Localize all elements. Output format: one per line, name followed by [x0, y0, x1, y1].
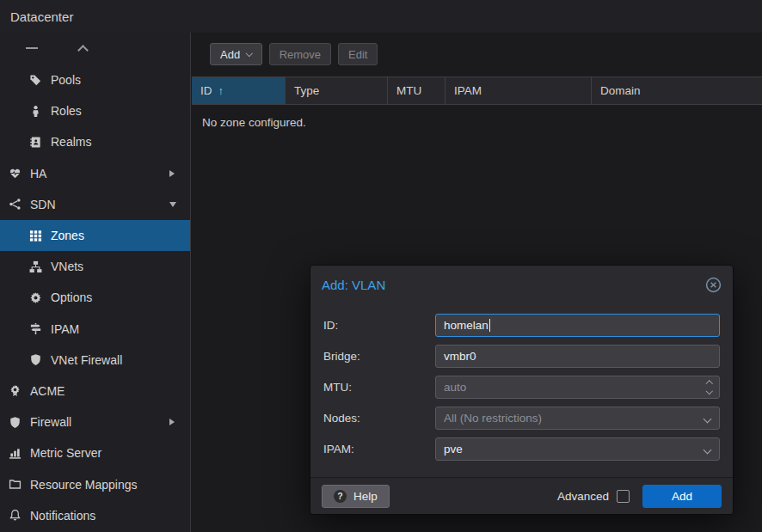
remove-button-label: Remove	[280, 48, 321, 61]
sidebar-item-label: Options	[51, 290, 92, 304]
spinner-buttons[interactable]	[707, 376, 712, 398]
mtu-label: MTU:	[323, 381, 435, 394]
shield-icon	[29, 353, 42, 366]
shield-icon	[9, 416, 22, 429]
field-row-bridge: Bridge: vmbr0	[323, 345, 720, 368]
sidebar-item-label: Pools	[51, 73, 81, 87]
advanced-checkbox[interactable]	[617, 490, 630, 503]
column-header-type[interactable]: Type	[286, 77, 388, 104]
expand-collapsed-icon[interactable]	[169, 419, 175, 425]
remove-button[interactable]: Remove	[269, 43, 331, 65]
nodes-label: Nodes:	[323, 412, 435, 425]
topbar: Datacenter	[0, 0, 762, 33]
dialog-body: ID: homelan Bridge: vmbr0 MTU: auto	[310, 303, 733, 461]
column-header-mtu[interactable]: MTU	[388, 77, 446, 104]
sidebar-item-label: Realms	[51, 135, 91, 149]
sidebar-item-notifications[interactable]: Notifications	[0, 500, 190, 531]
expand-expanded-icon[interactable]	[169, 202, 176, 207]
mtu-spinner[interactable]: auto	[435, 376, 720, 399]
dialog-footer: ? Help Advanced Add	[310, 477, 733, 514]
empty-table-message: No zone configured.	[192, 105, 762, 140]
sidebar-item-label: ACME	[30, 384, 65, 398]
submit-add-label: Add	[672, 490, 692, 503]
question-icon: ?	[334, 490, 347, 503]
sidebar-item-vnets[interactable]: VNets	[0, 251, 190, 282]
expand-collapsed-icon[interactable]	[169, 170, 175, 177]
sidebar-item-label: IPAM	[51, 322, 79, 336]
chevron-down-icon	[704, 415, 712, 424]
help-button-label: Help	[353, 490, 378, 503]
bridge-label: Bridge:	[323, 350, 435, 363]
certificate-icon	[9, 384, 22, 397]
sidebar-item-sdn[interactable]: SDN	[0, 189, 190, 220]
sidebar-item-label: Roles	[51, 104, 82, 118]
edit-button-label: Edit	[348, 48, 367, 61]
sidebar-item-label: Resource Mappings	[30, 478, 138, 492]
bridge-value: vmbr0	[444, 350, 476, 363]
help-button[interactable]: ? Help	[322, 485, 390, 508]
sidebar-item-label: SDN	[30, 198, 56, 211]
close-icon[interactable]	[705, 277, 722, 293]
advanced-label: Advanced	[557, 490, 609, 503]
gear-icon	[29, 291, 42, 304]
id-input[interactable]: homelan	[435, 314, 720, 337]
clipped-tree-item[interactable]	[0, 33, 190, 64]
column-header-ipam[interactable]: IPAM	[446, 77, 592, 104]
sidebar-item-options[interactable]: Options	[0, 282, 190, 313]
heartbeat-icon	[9, 167, 22, 180]
submit-add-button[interactable]: Add	[642, 485, 722, 508]
sidebar-item-resource-mappings[interactable]: Resource Mappings	[0, 468, 190, 499]
spinner-up-icon[interactable]	[705, 380, 712, 387]
spinner-down-icon[interactable]	[705, 388, 712, 394]
sitemap-icon	[29, 260, 42, 273]
dialog-title: Add: VLAN	[322, 278, 385, 292]
mtu-value: auto	[444, 381, 466, 394]
chevron-down-icon	[704, 446, 712, 455]
sidebar-item-label: Firewall	[30, 415, 71, 429]
sidebar-item-ha[interactable]: HA	[0, 158, 190, 189]
edit-button[interactable]: Edit	[338, 43, 378, 65]
nodes-value: All (No restrictions)	[444, 412, 542, 425]
sidebar-item-realms[interactable]: Realms	[0, 126, 190, 157]
zones-toolbar: Add Remove Edit	[192, 33, 762, 76]
user-icon	[29, 105, 42, 118]
id-label: ID:	[323, 319, 435, 332]
dialog-header[interactable]: Add: VLAN	[310, 266, 733, 303]
nodes-select[interactable]: All (No restrictions)	[435, 407, 720, 430]
add-button[interactable]: Add	[210, 43, 262, 65]
sidebar-item-vnet-firewall[interactable]: VNet Firewall	[0, 345, 190, 376]
sidebar-item-firewall[interactable]: Firewall	[0, 407, 190, 437]
add-vlan-dialog: Add: VLAN ID: homelan Bridge: vmbr0 M	[310, 265, 734, 515]
sidebar-item-ipam[interactable]: IPAM	[0, 314, 190, 345]
field-row-nodes: Nodes: All (No restrictions)	[323, 407, 720, 430]
sidebar-item-label: Zones	[51, 229, 84, 242]
proxmox-app: Datacenter Pools Roles Realms HA SDN	[0, 0, 762, 532]
sidebar-item-pools[interactable]: Pools	[0, 64, 190, 95]
column-header-id[interactable]: ID ↑	[192, 77, 286, 104]
bridge-input[interactable]: vmbr0	[435, 345, 720, 368]
id-value: homelan	[444, 319, 489, 332]
sdn-network-icon	[9, 198, 22, 211]
column-header-domain[interactable]: Domain	[592, 77, 762, 104]
ipam-label: IPAM:	[323, 443, 435, 456]
field-row-mtu: MTU: auto	[323, 376, 720, 399]
sidebar-tree: Pools Roles Realms HA SDN Zones VNets	[0, 33, 191, 532]
bar-chart-icon	[9, 447, 22, 460]
clipped-icon	[26, 47, 38, 49]
map-signs-icon	[29, 322, 42, 335]
ipam-select[interactable]: pve	[435, 437, 720, 461]
folder-icon	[9, 478, 22, 491]
address-book-icon	[29, 136, 42, 149]
grid-icon	[29, 229, 42, 242]
sidebar-item-label: VNets	[51, 260, 83, 273]
add-button-label: Add	[220, 48, 240, 61]
sidebar-item-roles[interactable]: Roles	[0, 95, 190, 126]
text-cursor	[489, 319, 490, 332]
footer-actions: Advanced Add	[557, 485, 722, 508]
sidebar-item-zones[interactable]: Zones	[0, 220, 190, 251]
bell-icon	[9, 509, 22, 522]
sidebar-item-acme[interactable]: ACME	[0, 376, 190, 407]
page-title: Datacenter	[10, 9, 73, 24]
sidebar-item-label: VNet Firewall	[51, 353, 122, 367]
sidebar-item-metric-server[interactable]: Metric Server	[0, 437, 190, 468]
